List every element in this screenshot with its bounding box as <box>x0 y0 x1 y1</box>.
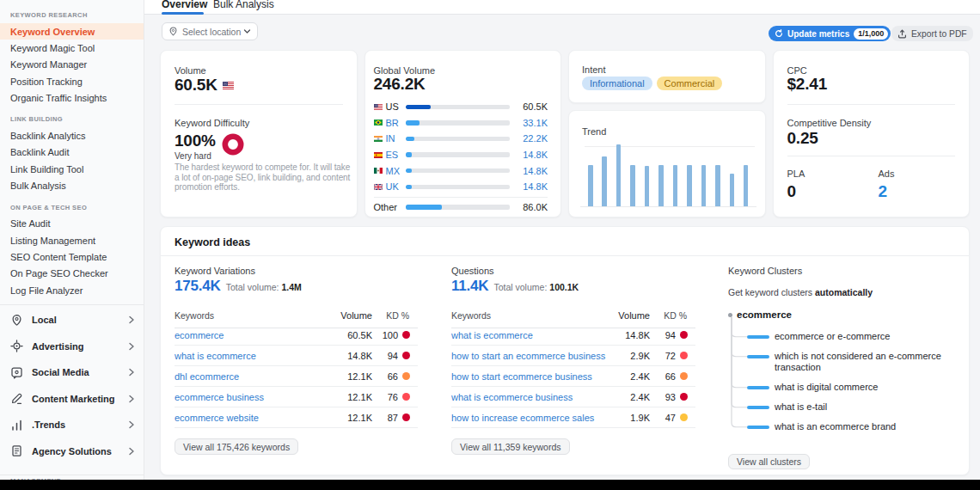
keyword-link[interactable]: ecommerce business <box>175 392 333 402</box>
keyword-kd: 93 <box>650 392 676 402</box>
sidebar-item-site-audit[interactable]: Site Audit <box>0 216 144 232</box>
volume-bar-fill <box>406 137 415 142</box>
tab-bulk-analysis[interactable]: Bulk Analysis <box>213 0 274 10</box>
keyword-link[interactable]: what is ecommerce <box>451 330 610 340</box>
card-divider <box>175 104 343 105</box>
sidebar-section-label-keyword-research: KEYWORD RESEARCH <box>0 7 144 23</box>
keyword-link[interactable]: ecommerce website <box>175 413 333 423</box>
export-to-pdf-button[interactable]: Export to PDF <box>891 26 973 41</box>
difficulty-gauge-icon <box>222 133 244 159</box>
country-label[interactable]: BR <box>386 118 403 128</box>
keyword-link[interactable]: how to increase ecommerce sales <box>451 413 610 423</box>
location-pin-icon <box>168 27 178 36</box>
cluster-item-ecommerce-or-e-commerce: ecommerce or e-commerce <box>728 331 960 342</box>
sidebar-item-backlink-audit[interactable]: Backlink Audit <box>0 144 144 161</box>
sidebar-item-link-building-tool[interactable]: Link Building Tool <box>0 161 144 177</box>
volume-value[interactable]: 14.8K <box>515 166 548 176</box>
keyword-ideas-title: Keyword ideas <box>175 236 250 248</box>
keyword-link[interactable]: ecommerce <box>175 330 333 340</box>
keyword-link[interactable]: how to start ecommerce business <box>451 371 610 382</box>
sidebar-item-keyword-magic-tool[interactable]: Keyword Magic Tool <box>0 40 144 56</box>
global-volume-card: Global Volume 246.2K US60.5KBR33.1KIN22.… <box>364 50 562 217</box>
country-label[interactable]: IN <box>386 133 403 144</box>
trend-bar-6 <box>658 165 664 206</box>
view-all-questions-button[interactable]: View all 11,359 keywords <box>451 438 570 455</box>
trend-bar-2 <box>602 156 607 206</box>
keyword-volume: 2.4K <box>610 371 650 382</box>
keyword-link[interactable]: what is ecommerce <box>175 351 333 361</box>
sidebar-item-bulk-analysis[interactable]: Bulk Analysis <box>0 177 144 193</box>
sidebar-item-seo-content-template[interactable]: SEO Content Template <box>0 248 144 265</box>
keyword-link[interactable]: how to start an ecommerce business <box>451 351 610 361</box>
cluster-item-label[interactable]: ecommerce or e-commerce <box>775 331 890 342</box>
mx-flag-icon <box>374 168 383 174</box>
volume-bar-track <box>406 185 511 190</box>
sidebar-divider <box>0 304 144 305</box>
volume-value[interactable]: 14.8K <box>515 150 548 160</box>
cluster-bar-icon <box>747 406 769 410</box>
sidebar-item-position-tracking[interactable]: Position Tracking <box>0 73 144 89</box>
country-label[interactable]: MX <box>386 166 403 176</box>
uk-flag-icon <box>374 184 383 190</box>
cluster-bar-icon <box>747 426 769 430</box>
kd-column-header: KD % <box>650 310 695 321</box>
volume-value[interactable]: 22.2K <box>515 133 548 144</box>
trend-bar-10 <box>715 165 720 206</box>
cluster-bar-icon <box>747 335 769 340</box>
br-flag-icon <box>374 119 383 126</box>
total-volume-label: Total volume: <box>226 282 279 292</box>
cpc-card: CPC $2.41 Competitive Density 0.25 PLA 0… <box>773 50 971 217</box>
sidebar-item-trends[interactable]: .Trends <box>0 412 144 438</box>
trend-bar-chart <box>580 145 756 207</box>
country-label[interactable]: ES <box>386 150 403 160</box>
sidebar-item-log-file-analyzer[interactable]: Log File Analyzer <box>0 282 144 298</box>
sidebar-item-keyword-manager[interactable]: Keyword Manager <box>0 57 144 73</box>
chevron-down-icon <box>243 28 251 35</box>
keyword-kd: 47 <box>650 413 676 423</box>
tab-overview[interactable]: Overview <box>162 0 207 10</box>
sidebar-item-listing-management[interactable]: Listing Management <box>0 232 144 248</box>
keyword-ideas-card: Keyword ideas Keyword Variations 175.4K … <box>160 226 970 475</box>
keyword-link[interactable]: what is ecommerce business <box>451 392 610 402</box>
sidebar-item-local[interactable]: Local <box>0 307 144 334</box>
country-label[interactable]: UK <box>386 181 403 192</box>
variation-row-ecommerce-website: ecommerce website12.1K87 <box>175 407 418 428</box>
pla-value: 0 <box>787 182 805 201</box>
chevron-right-icon <box>128 342 135 351</box>
keyword-kd: 72 <box>650 351 676 361</box>
us-flag-icon <box>374 104 383 110</box>
cluster-item-label[interactable]: which is not considered an e-commerce tr… <box>775 351 960 373</box>
sidebar-item-organic-traffic-insights[interactable]: Organic Traffic Insights <box>0 89 144 106</box>
location-select[interactable]: Select location <box>162 22 258 40</box>
sidebar-item-keyword-overview[interactable]: Keyword Overview <box>0 23 144 40</box>
sidebar-item-content-marketing[interactable]: Content Marketing <box>0 386 144 413</box>
volume-value[interactable]: 33.1K <box>515 118 548 128</box>
cluster-item-label[interactable]: what is an ecommerce brand <box>775 421 896 432</box>
metric-cards-row: Volume 60.5K Keyword Difficulty 100% Ver… <box>160 50 970 217</box>
competitive-density-value: 0.25 <box>787 129 818 148</box>
cluster-item-label[interactable]: what is e-tail <box>775 401 827 413</box>
sidebar-item-backlink-analytics[interactable]: Backlink Analytics <box>0 127 144 144</box>
cluster-item-label[interactable]: what is digital commerce <box>775 382 878 393</box>
sidebar-item-advertising[interactable]: Advertising <box>0 334 144 360</box>
view-all-clusters-button[interactable]: View all clusters <box>728 454 810 469</box>
trend-label: Trend <box>582 126 606 137</box>
update-metrics-button[interactable]: Update metrics 1/1,000 <box>769 26 891 41</box>
view-all-variations-button[interactable]: View all 175,426 keywords <box>175 438 298 455</box>
volume-bar-fill <box>406 152 412 157</box>
sidebar-item-social-media[interactable]: Social Media <box>0 359 144 386</box>
sidebar-item-on-page-seo-checker[interactable]: On Page SEO Checker <box>0 266 144 282</box>
intent-badge-informational[interactable]: Informational <box>582 77 652 90</box>
global-volume-row-uk: UK14.8K <box>374 179 548 195</box>
chevron-right-icon <box>128 447 135 456</box>
keyword-link[interactable]: dhl ecommerce <box>175 371 333 382</box>
sidebar-item-agency-solutions[interactable]: Agency Solutions <box>0 438 144 465</box>
competitive-density-label: Competitive Density <box>787 118 872 128</box>
keywords-column-header: Keywords <box>451 310 610 321</box>
volume-value[interactable]: 14.8K <box>515 181 548 192</box>
location-pin-icon <box>10 314 23 327</box>
intent-badge-commercial[interactable]: Commercial <box>657 77 723 90</box>
cpc-value: $2.41 <box>787 75 828 94</box>
volume-bar-fill <box>406 205 442 210</box>
question-row-what-is-ecommerce: what is ecommerce14.8K94 <box>451 325 695 346</box>
